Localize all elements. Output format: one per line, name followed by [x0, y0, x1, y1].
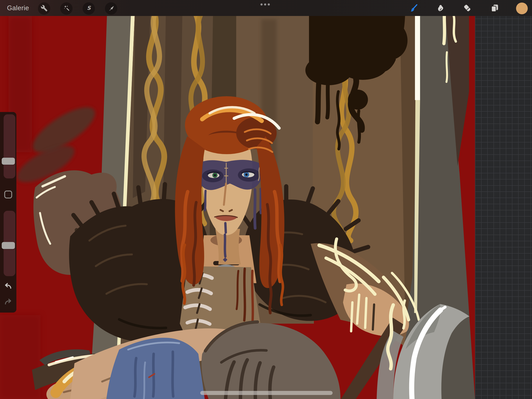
dot-icon: [260, 3, 263, 6]
actions-button[interactable]: [38, 2, 50, 15]
erase-tool-button[interactable]: [461, 3, 474, 14]
redo-arrow-icon: [3, 304, 13, 308]
transform-arrow-icon: [108, 5, 115, 13]
paint-tool-button[interactable]: [407, 3, 420, 14]
top-toolbar: Galerie S: [0, 0, 532, 16]
home-indicator[interactable]: [200, 391, 333, 395]
adjustments-button[interactable]: [60, 2, 73, 15]
brush-opacity-slider-handle[interactable]: [2, 242, 15, 249]
smudge-finger-icon: [435, 3, 445, 14]
workspace-grid: [475, 0, 532, 399]
brush-sidebar: [0, 112, 16, 313]
dot-icon: [264, 3, 266, 6]
layers-button[interactable]: [488, 3, 501, 14]
brush-opacity-slider[interactable]: [4, 211, 15, 276]
layers-icon: [490, 3, 500, 14]
smudge-tool-button[interactable]: [434, 3, 446, 14]
redo-button[interactable]: [3, 298, 13, 308]
selection-s-icon: S: [85, 5, 92, 13]
brush-size-slider-handle[interactable]: [2, 158, 15, 165]
transform-button[interactable]: [105, 2, 117, 15]
paint-brush-icon: [408, 3, 418, 14]
eraser-icon: [462, 3, 472, 14]
svg-text:S: S: [87, 5, 91, 11]
undo-arrow-icon: [3, 289, 13, 292]
canvas-artwork: [0, 0, 475, 399]
gallery-button[interactable]: Galerie: [7, 4, 29, 12]
magic-wand-icon: [63, 5, 70, 13]
drawing-canvas[interactable]: [0, 0, 475, 399]
brush-size-slider[interactable]: [4, 114, 15, 178]
wrench-icon: [41, 5, 48, 13]
canvas-menu-button[interactable]: [260, 3, 270, 6]
modify-button[interactable]: [4, 191, 12, 199]
selection-button[interactable]: S: [82, 2, 95, 15]
dot-icon: [268, 3, 270, 6]
color-swatch-button[interactable]: [516, 3, 528, 14]
undo-button[interactable]: [3, 282, 13, 292]
